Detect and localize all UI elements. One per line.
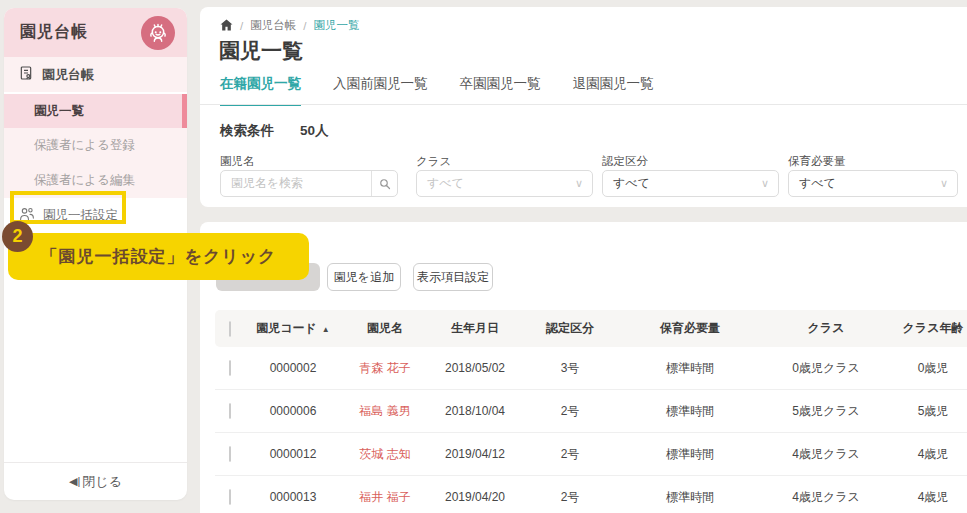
page-header-card: / 園児台帳 / 園児一覧 園児一覧 在籍園児一覧 入園前園児一覧 卒園園児一覧… — [200, 7, 967, 207]
app-title: 園児台帳 — [20, 22, 88, 43]
sidebar-item-label: 保護者による登録 — [34, 137, 135, 154]
sidebar-item-label: 園児一括設定 — [43, 207, 118, 224]
column-header-hoiku[interactable]: 保育必要量 — [619, 320, 761, 337]
cell-class: 4歳児クラス — [761, 446, 891, 463]
select-all-checkbox[interactable] — [229, 321, 231, 337]
child-list-card: 園児を追加 表示項目設定 園児コード▲ 園児名 生年月日 認定区分 保育必要量 … — [200, 222, 967, 513]
hoiku-select-value: すべて — [789, 175, 931, 192]
cell-code: 0000013 — [245, 490, 341, 504]
nintei-select-value: すべて — [603, 175, 752, 192]
filter-label-class: クラス — [416, 154, 451, 169]
search-button[interactable] — [371, 171, 397, 196]
cell-hoiku: 標準時間 — [619, 489, 761, 506]
tab-sotsuen[interactable]: 卒園園児一覧 — [460, 75, 541, 106]
cell-name-link[interactable]: 福井 福子 — [341, 489, 429, 506]
name-search-input[interactable]: 園児名を検索 — [220, 170, 398, 197]
name-search-placeholder: 園児名を検索 — [221, 175, 371, 192]
breadcrumb-separator: / — [303, 20, 306, 32]
cell-class: 5歳児クラス — [761, 403, 891, 420]
sidebar-header: 園児台帳 — [4, 8, 187, 57]
page-title: 園児一覧 — [219, 37, 303, 65]
column-header-code[interactable]: 園児コード▲ — [245, 320, 341, 337]
class-select-value: すべて — [417, 175, 566, 192]
cell-nintei: 2号 — [521, 489, 619, 506]
tab-zaiseki[interactable]: 在籍園児一覧 — [220, 75, 301, 106]
cell-code: 0000006 — [245, 404, 341, 418]
column-header-nintei[interactable]: 認定区分 — [521, 320, 619, 337]
column-header-class[interactable]: クラス — [761, 320, 891, 337]
table-row: 0000006 福島 義男 2018/10/04 2号 標準時間 5歳児クラス … — [215, 390, 967, 433]
cell-hoiku: 標準時間 — [619, 446, 761, 463]
cell-birth: 2018/10/04 — [429, 404, 521, 418]
cell-birth: 2019/04/20 — [429, 490, 521, 504]
sidebar-item-hogosha-toroku[interactable]: 保護者による登録 — [4, 128, 187, 163]
annotation-step-badge: 2 — [2, 221, 33, 252]
cell-age: 5歳児 — [891, 403, 967, 420]
sidebar-item-enji-ikkatsu-settei[interactable]: 園児一括設定 — [4, 198, 187, 232]
breadcrumb-separator: / — [240, 20, 243, 32]
cell-hoiku: 標準時間 — [619, 403, 761, 420]
chevron-down-icon: ∨ — [931, 177, 957, 190]
baby-face-icon — [141, 16, 175, 50]
table-body: 0000002 青森 花子 2018/05/02 3号 標準時間 0歳児クラス … — [215, 347, 967, 513]
row-checkbox[interactable] — [229, 489, 231, 505]
class-select[interactable]: すべて ∨ — [416, 170, 593, 197]
tab-bar: 在籍園児一覧 入園前園児一覧 卒園園児一覧 退園園児一覧 — [220, 75, 654, 106]
tab-taien[interactable]: 退園園児一覧 — [573, 75, 654, 106]
filter-label-name: 園児名 — [220, 154, 255, 169]
cell-birth: 2018/05/02 — [429, 361, 521, 375]
cell-class: 4歳児クラス — [761, 489, 891, 506]
row-checkbox[interactable] — [229, 360, 231, 376]
hoiku-select[interactable]: すべて ∨ — [788, 170, 958, 197]
cell-age: 0歳児 — [891, 360, 967, 377]
cell-hoiku: 標準時間 — [619, 360, 761, 377]
home-icon[interactable] — [220, 19, 233, 33]
sidebar-section-label: 園児台帳 — [42, 66, 94, 84]
cell-age: 4歳児 — [891, 446, 967, 463]
sidebar-item-label: 園児一覧 — [34, 103, 84, 120]
sort-asc-icon[interactable]: ▲ — [322, 325, 330, 334]
row-checkbox[interactable] — [229, 403, 231, 419]
result-count: 50人 — [300, 122, 329, 140]
active-accent-bar — [182, 94, 187, 128]
sidebar-item-label: 保護者による編集 — [34, 172, 135, 189]
chevron-down-icon: ∨ — [752, 177, 778, 190]
cell-class: 0歳児クラス — [761, 360, 891, 377]
breadcrumb-item[interactable]: 園児台帳 — [250, 18, 296, 33]
column-header-age[interactable]: クラス年齢 — [891, 320, 967, 337]
cell-birth: 2019/04/12 — [429, 447, 521, 461]
tab-nyuenmae[interactable]: 入園前園児一覧 — [333, 75, 428, 106]
cell-nintei: 2号 — [521, 403, 619, 420]
collapse-icon: ◀| — [69, 475, 80, 488]
sidebar-item-hogosha-henshu[interactable]: 保護者による編集 — [4, 163, 187, 198]
breadcrumb-item-current[interactable]: 園児一覧 — [313, 18, 359, 33]
cell-name-link[interactable]: 青森 花子 — [341, 360, 429, 377]
nintei-select[interactable]: すべて ∨ — [602, 170, 779, 197]
tabs-divider — [200, 104, 967, 105]
ledger-icon — [18, 65, 34, 84]
cell-name-link[interactable]: 茨城 志知 — [341, 446, 429, 463]
cell-name-link[interactable]: 福島 義男 — [341, 403, 429, 420]
filter-label-hoiku: 保育必要量 — [788, 154, 846, 169]
filter-label-nintei: 認定区分 — [602, 154, 648, 169]
breadcrumb: / 園児台帳 / 園児一覧 — [220, 18, 359, 33]
sidebar-section-enji-daicho[interactable]: 園児台帳 — [4, 57, 187, 94]
cell-nintei: 3号 — [521, 360, 619, 377]
table-header: 園児コード▲ 園児名 生年月日 認定区分 保育必要量 クラス クラス年齢 — [215, 310, 967, 347]
display-settings-button[interactable]: 表示項目設定 — [413, 263, 493, 291]
sidebar-item-enji-ichiran[interactable]: 園児一覧 — [4, 94, 187, 128]
annotation-callout: 「園児一括設定」をクリック — [8, 233, 309, 280]
cell-code: 0000012 — [245, 447, 341, 461]
cell-age: 4歳児 — [891, 489, 967, 506]
column-header-name[interactable]: 園児名 — [341, 320, 429, 337]
column-header-birth[interactable]: 生年月日 — [429, 320, 521, 337]
cell-code: 0000002 — [245, 361, 341, 375]
search-conditions: 検索条件 50人 — [220, 122, 329, 140]
row-checkbox[interactable] — [229, 446, 231, 462]
sidebar-collapse-button[interactable]: ◀| 閉じる — [4, 462, 187, 500]
search-conditions-label: 検索条件 — [220, 122, 274, 140]
add-child-button[interactable]: 園児を追加 — [327, 263, 401, 291]
chevron-down-icon: ∨ — [566, 177, 592, 190]
collapse-label: 閉じる — [82, 473, 122, 491]
table-row: 0000002 青森 花子 2018/05/02 3号 標準時間 0歳児クラス … — [215, 347, 967, 390]
